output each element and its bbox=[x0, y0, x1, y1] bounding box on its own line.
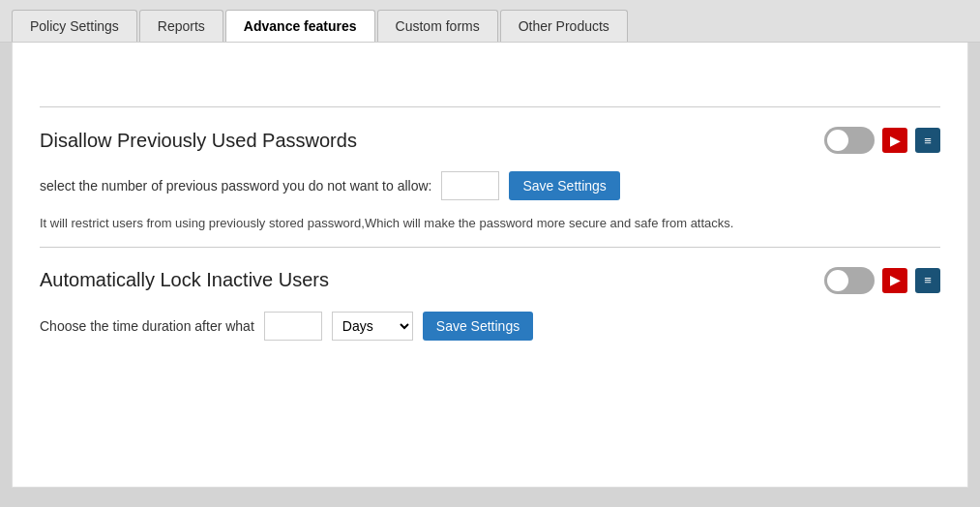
feature-row-lock-inactive: Choose the time duration after whatDaysH… bbox=[40, 312, 940, 341]
input-disallow-passwords[interactable] bbox=[441, 171, 499, 200]
youtube-icon-lock-inactive[interactable]: ▶ bbox=[882, 268, 907, 293]
feature-header-lock-inactive: Automatically Lock Inactive Users▶≡ bbox=[40, 267, 940, 294]
feature-title-lock-inactive: Automatically Lock Inactive Users bbox=[40, 269, 329, 291]
feature-controls-disallow-passwords: ▶≡ bbox=[824, 127, 940, 154]
youtube-icon-disallow-passwords[interactable]: ▶ bbox=[882, 128, 907, 153]
input-lock-inactive[interactable] bbox=[264, 312, 322, 341]
row-label-lock-inactive: Choose the time duration after what bbox=[40, 318, 254, 334]
feature-header-disallow-passwords: Disallow Previously Used Passwords▶≡ bbox=[40, 127, 940, 154]
tab-bar: Policy SettingsReportsAdvance featuresCu… bbox=[0, 0, 980, 43]
feature-row-disallow-passwords: select the number of previous password y… bbox=[40, 171, 940, 200]
tab-custom-forms[interactable]: Custom forms bbox=[377, 10, 498, 42]
toggle-lock-inactive[interactable] bbox=[824, 267, 875, 294]
save-button-disallow-passwords[interactable]: Save Settings bbox=[509, 171, 619, 200]
feature-body-disallow-passwords: select the number of previous password y… bbox=[40, 171, 940, 233]
tab-policy-settings[interactable]: Policy Settings bbox=[12, 10, 137, 42]
tab-other-products[interactable]: Other Products bbox=[500, 10, 628, 42]
select-lock-inactive[interactable]: DaysHoursMinutes bbox=[332, 312, 413, 341]
tab-reports[interactable]: Reports bbox=[139, 10, 223, 42]
save-button-lock-inactive[interactable]: Save Settings bbox=[423, 312, 533, 341]
feature-section-lock-inactive: Automatically Lock Inactive Users▶≡Choos… bbox=[40, 267, 940, 341]
feature-divider-0 bbox=[40, 247, 940, 248]
toggle-disallow-passwords[interactable] bbox=[824, 127, 875, 154]
doc-icon-disallow-passwords[interactable]: ≡ bbox=[915, 128, 940, 153]
doc-icon-lock-inactive[interactable]: ≡ bbox=[915, 268, 940, 293]
feature-desc-disallow-passwords: It will restrict users from using previo… bbox=[40, 214, 940, 233]
row-label-disallow-passwords: select the number of previous password y… bbox=[40, 178, 431, 194]
tab-advance-features[interactable]: Advance features bbox=[225, 10, 375, 42]
features-container: Disallow Previously Used Passwords▶≡sele… bbox=[40, 127, 940, 341]
feature-title-disallow-passwords: Disallow Previously Used Passwords bbox=[40, 130, 357, 152]
title-divider bbox=[40, 106, 940, 107]
feature-body-lock-inactive: Choose the time duration after whatDaysH… bbox=[40, 312, 940, 341]
page-title bbox=[40, 66, 940, 93]
main-content: Disallow Previously Used Passwords▶≡sele… bbox=[12, 43, 968, 488]
feature-section-disallow-passwords: Disallow Previously Used Passwords▶≡sele… bbox=[40, 127, 940, 248]
feature-controls-lock-inactive: ▶≡ bbox=[824, 267, 940, 294]
